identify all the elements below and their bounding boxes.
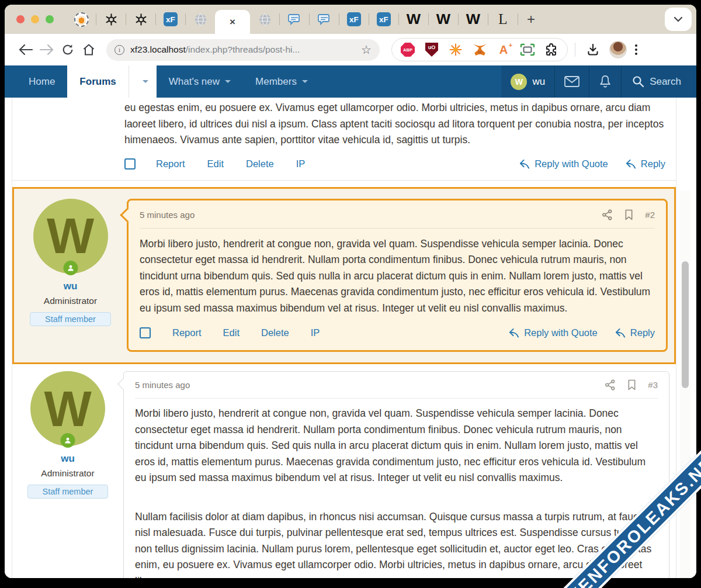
bookmark-icon[interactable] [627, 379, 636, 390]
browser-profile-avatar[interactable] [609, 41, 627, 58]
pinned-tab[interactable] [186, 5, 215, 34]
pinned-tab[interactable] [250, 5, 279, 34]
back-button[interactable] [15, 39, 36, 60]
extensions-puzzle-icon[interactable] [544, 42, 559, 57]
search-label: Search [650, 76, 681, 88]
select-post-checkbox[interactable] [140, 327, 151, 338]
downloads-button[interactable] [582, 39, 603, 60]
pinned-tab[interactable]: xF [369, 5, 398, 34]
tab-search-button[interactable] [665, 8, 692, 31]
post-2-header-actions: #2 [602, 209, 655, 220]
delete-link[interactable]: Delete [246, 158, 274, 170]
reply-label: Reply [641, 158, 665, 170]
browser-menu-button[interactable] [635, 44, 637, 55]
report-link[interactable]: Report [156, 158, 185, 170]
account-menu[interactable]: W wu [501, 65, 554, 98]
nav-forums[interactable]: Forums [67, 65, 156, 98]
pinned-tab[interactable]: xF [156, 5, 185, 34]
conversations-button[interactable] [554, 65, 589, 98]
zoom-window-button[interactable] [46, 15, 54, 23]
bookmark-star-icon[interactable]: ☆ [361, 43, 372, 57]
globe-favicon [194, 13, 207, 26]
reply-with-quote-label: Reply with Quote [524, 327, 598, 338]
pinned-tab[interactable]: W [399, 5, 428, 34]
ip-link[interactable]: IP [311, 327, 320, 338]
edit-link[interactable]: Edit [207, 158, 224, 170]
select-post-checkbox[interactable] [124, 158, 136, 170]
pinned-tab[interactable]: W [429, 5, 458, 34]
home-button[interactable] [78, 39, 99, 60]
adblock-plus-icon[interactable]: ABP [400, 42, 415, 57]
reply-icon [626, 159, 637, 169]
share-icon[interactable] [605, 379, 616, 390]
pinned-tab[interactable]: xF [339, 5, 369, 34]
url-text[interactable]: xf23.localhost/index.php?threads/post-hi… [130, 44, 356, 55]
letter-l-favicon: L [498, 11, 507, 27]
openai-favicon [134, 13, 148, 26]
reply-with-quote-link[interactable]: Reply with Quote [509, 327, 598, 338]
window-controls [16, 15, 54, 23]
reload-button[interactable] [57, 39, 78, 60]
active-tab[interactable]: × [215, 10, 250, 34]
post-timestamp[interactable]: 5 minutes ago [135, 380, 190, 390]
chevron-down-icon[interactable] [143, 80, 148, 83]
edit-link[interactable]: Edit [223, 327, 240, 338]
screenshot-extension-icon[interactable] [520, 42, 535, 57]
post-timestamp[interactable]: 5 minutes ago [140, 210, 195, 220]
nav-home[interactable]: Home [16, 65, 67, 98]
forward-icon [40, 44, 54, 55]
reply-icon [509, 328, 520, 338]
reply-link[interactable]: Reply [615, 327, 655, 338]
forum-navbar: Home Forums What's new Members W wu [5, 65, 696, 98]
pinned-tab[interactable]: W [459, 5, 488, 34]
ubo-shield: uO [425, 43, 438, 57]
extensions-group: ABP uO A+ [391, 38, 568, 61]
bookmark-icon[interactable] [624, 209, 633, 220]
metamask-icon[interactable] [472, 42, 487, 57]
pinned-tab[interactable]: L [488, 5, 518, 34]
reply-with-quote-link[interactable]: Reply with Quote [519, 158, 608, 170]
minimize-window-button[interactable] [31, 15, 39, 23]
online-status-badge [63, 261, 78, 275]
address-bar[interactable]: i xf23.localhost/index.php?threads/post-… [106, 39, 380, 61]
author-title: Administrator [41, 468, 94, 479]
close-icon[interactable]: × [230, 16, 235, 28]
reply-link[interactable]: Reply [626, 158, 665, 170]
tab-list: xF×xFxFWWWL [67, 5, 518, 34]
browser-window: xF×xFxFWWWL + [5, 5, 696, 578]
new-tab-button[interactable]: + [518, 5, 544, 34]
share-icon[interactable] [602, 209, 613, 220]
nav-whats-new[interactable]: What's new [157, 65, 243, 98]
pinned-tab[interactable] [310, 5, 339, 34]
avatar-initial: W [44, 380, 91, 438]
alerts-button[interactable] [589, 65, 621, 98]
spark-extension-icon[interactable] [448, 42, 463, 57]
chevron-down-icon [674, 16, 683, 22]
nav-members[interactable]: Members [243, 65, 320, 98]
delete-link[interactable]: Delete [261, 327, 289, 338]
post-number[interactable]: #2 [645, 210, 655, 220]
scrollbar-thumb[interactable] [682, 261, 689, 388]
pinned-tab[interactable] [280, 5, 309, 34]
pinned-tab[interactable] [126, 5, 155, 34]
site-info-icon[interactable]: i [114, 45, 124, 55]
search-button[interactable]: Search [621, 65, 696, 98]
author-username[interactable]: wu [61, 453, 75, 465]
avatar[interactable]: W [33, 199, 108, 274]
scrollbar-track[interactable] [680, 191, 690, 578]
author-username[interactable]: wu [64, 281, 78, 292]
pinned-tab[interactable] [96, 5, 126, 34]
adobe-extension-icon[interactable]: A+ [496, 42, 511, 57]
ublock-origin-icon[interactable]: uO [424, 42, 439, 57]
close-window-button[interactable] [16, 15, 25, 23]
post-number[interactable]: #3 [648, 380, 658, 390]
report-link[interactable]: Report [172, 327, 202, 338]
reload-icon [61, 43, 74, 56]
wu-tang-favicon: W [436, 12, 450, 27]
site-logo-favicon [74, 12, 89, 27]
forward-button[interactable] [36, 39, 57, 60]
avatar[interactable]: W [30, 371, 105, 446]
user-avatar-mini: W [511, 74, 527, 90]
pinned-tab[interactable] [67, 5, 96, 34]
ip-link[interactable]: IP [296, 158, 306, 170]
